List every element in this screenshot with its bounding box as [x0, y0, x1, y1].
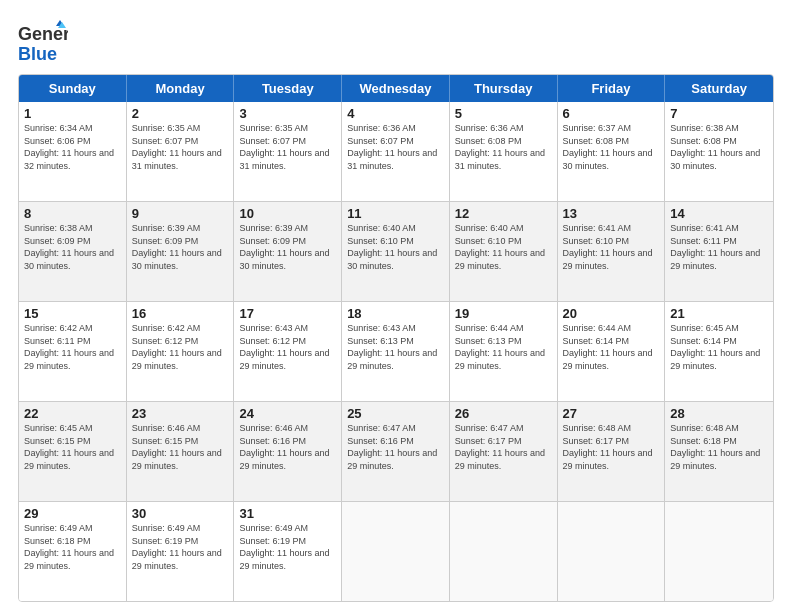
- logo-icon: General Blue: [18, 18, 68, 64]
- day-number: 26: [455, 406, 552, 421]
- calendar-cell-1-2: 2Sunrise: 6:35 AM Sunset: 6:07 PM Daylig…: [127, 102, 235, 201]
- calendar-cell-3-2: 16Sunrise: 6:42 AM Sunset: 6:12 PM Dayli…: [127, 302, 235, 401]
- day-number: 21: [670, 306, 768, 321]
- calendar-cell-5-6: [558, 502, 666, 601]
- calendar-row-1: 1Sunrise: 6:34 AM Sunset: 6:06 PM Daylig…: [19, 102, 773, 202]
- cell-info: Sunrise: 6:38 AM Sunset: 6:09 PM Dayligh…: [24, 222, 121, 272]
- cell-info: Sunrise: 6:35 AM Sunset: 6:07 PM Dayligh…: [132, 122, 229, 172]
- cell-info: Sunrise: 6:42 AM Sunset: 6:11 PM Dayligh…: [24, 322, 121, 372]
- calendar-cell-4-1: 22Sunrise: 6:45 AM Sunset: 6:15 PM Dayli…: [19, 402, 127, 501]
- weekday-header-saturday: Saturday: [665, 75, 773, 102]
- day-number: 7: [670, 106, 768, 121]
- cell-info: Sunrise: 6:45 AM Sunset: 6:15 PM Dayligh…: [24, 422, 121, 472]
- cell-info: Sunrise: 6:40 AM Sunset: 6:10 PM Dayligh…: [347, 222, 444, 272]
- cell-info: Sunrise: 6:49 AM Sunset: 6:18 PM Dayligh…: [24, 522, 121, 572]
- cell-info: Sunrise: 6:47 AM Sunset: 6:17 PM Dayligh…: [455, 422, 552, 472]
- page: General Blue SundayMondayTuesdayWednesda…: [0, 0, 792, 612]
- day-number: 14: [670, 206, 768, 221]
- calendar-cell-2-6: 13Sunrise: 6:41 AM Sunset: 6:10 PM Dayli…: [558, 202, 666, 301]
- calendar-cell-1-1: 1Sunrise: 6:34 AM Sunset: 6:06 PM Daylig…: [19, 102, 127, 201]
- day-number: 24: [239, 406, 336, 421]
- cell-info: Sunrise: 6:41 AM Sunset: 6:10 PM Dayligh…: [563, 222, 660, 272]
- calendar-cell-5-7: [665, 502, 773, 601]
- day-number: 19: [455, 306, 552, 321]
- cell-info: Sunrise: 6:44 AM Sunset: 6:14 PM Dayligh…: [563, 322, 660, 372]
- logo: General Blue: [18, 18, 72, 64]
- cell-info: Sunrise: 6:48 AM Sunset: 6:18 PM Dayligh…: [670, 422, 768, 472]
- cell-info: Sunrise: 6:43 AM Sunset: 6:13 PM Dayligh…: [347, 322, 444, 372]
- calendar-cell-1-7: 7Sunrise: 6:38 AM Sunset: 6:08 PM Daylig…: [665, 102, 773, 201]
- day-number: 17: [239, 306, 336, 321]
- cell-info: Sunrise: 6:37 AM Sunset: 6:08 PM Dayligh…: [563, 122, 660, 172]
- calendar-cell-5-4: [342, 502, 450, 601]
- calendar-row-5: 29Sunrise: 6:49 AM Sunset: 6:18 PM Dayli…: [19, 502, 773, 601]
- day-number: 31: [239, 506, 336, 521]
- weekday-header-sunday: Sunday: [19, 75, 127, 102]
- cell-info: Sunrise: 6:38 AM Sunset: 6:08 PM Dayligh…: [670, 122, 768, 172]
- cell-info: Sunrise: 6:39 AM Sunset: 6:09 PM Dayligh…: [239, 222, 336, 272]
- calendar-cell-2-3: 10Sunrise: 6:39 AM Sunset: 6:09 PM Dayli…: [234, 202, 342, 301]
- cell-info: Sunrise: 6:47 AM Sunset: 6:16 PM Dayligh…: [347, 422, 444, 472]
- cell-info: Sunrise: 6:43 AM Sunset: 6:12 PM Dayligh…: [239, 322, 336, 372]
- cell-info: Sunrise: 6:35 AM Sunset: 6:07 PM Dayligh…: [239, 122, 336, 172]
- calendar-cell-1-4: 4Sunrise: 6:36 AM Sunset: 6:07 PM Daylig…: [342, 102, 450, 201]
- cell-info: Sunrise: 6:46 AM Sunset: 6:16 PM Dayligh…: [239, 422, 336, 472]
- calendar-cell-4-3: 24Sunrise: 6:46 AM Sunset: 6:16 PM Dayli…: [234, 402, 342, 501]
- calendar-cell-4-4: 25Sunrise: 6:47 AM Sunset: 6:16 PM Dayli…: [342, 402, 450, 501]
- calendar-row-2: 8Sunrise: 6:38 AM Sunset: 6:09 PM Daylig…: [19, 202, 773, 302]
- day-number: 3: [239, 106, 336, 121]
- calendar-cell-4-5: 26Sunrise: 6:47 AM Sunset: 6:17 PM Dayli…: [450, 402, 558, 501]
- day-number: 13: [563, 206, 660, 221]
- calendar-cell-2-2: 9Sunrise: 6:39 AM Sunset: 6:09 PM Daylig…: [127, 202, 235, 301]
- day-number: 12: [455, 206, 552, 221]
- calendar-cell-5-1: 29Sunrise: 6:49 AM Sunset: 6:18 PM Dayli…: [19, 502, 127, 601]
- cell-info: Sunrise: 6:48 AM Sunset: 6:17 PM Dayligh…: [563, 422, 660, 472]
- calendar-cell-2-4: 11Sunrise: 6:40 AM Sunset: 6:10 PM Dayli…: [342, 202, 450, 301]
- cell-info: Sunrise: 6:36 AM Sunset: 6:08 PM Dayligh…: [455, 122, 552, 172]
- cell-info: Sunrise: 6:46 AM Sunset: 6:15 PM Dayligh…: [132, 422, 229, 472]
- day-number: 5: [455, 106, 552, 121]
- day-number: 23: [132, 406, 229, 421]
- day-number: 1: [24, 106, 121, 121]
- cell-info: Sunrise: 6:49 AM Sunset: 6:19 PM Dayligh…: [132, 522, 229, 572]
- calendar-row-3: 15Sunrise: 6:42 AM Sunset: 6:11 PM Dayli…: [19, 302, 773, 402]
- svg-text:Blue: Blue: [18, 44, 57, 64]
- day-number: 20: [563, 306, 660, 321]
- calendar-row-4: 22Sunrise: 6:45 AM Sunset: 6:15 PM Dayli…: [19, 402, 773, 502]
- day-number: 8: [24, 206, 121, 221]
- day-number: 22: [24, 406, 121, 421]
- day-number: 6: [563, 106, 660, 121]
- day-number: 10: [239, 206, 336, 221]
- cell-info: Sunrise: 6:45 AM Sunset: 6:14 PM Dayligh…: [670, 322, 768, 372]
- calendar-cell-3-6: 20Sunrise: 6:44 AM Sunset: 6:14 PM Dayli…: [558, 302, 666, 401]
- cell-info: Sunrise: 6:41 AM Sunset: 6:11 PM Dayligh…: [670, 222, 768, 272]
- day-number: 29: [24, 506, 121, 521]
- calendar-cell-3-7: 21Sunrise: 6:45 AM Sunset: 6:14 PM Dayli…: [665, 302, 773, 401]
- cell-info: Sunrise: 6:42 AM Sunset: 6:12 PM Dayligh…: [132, 322, 229, 372]
- cell-info: Sunrise: 6:44 AM Sunset: 6:13 PM Dayligh…: [455, 322, 552, 372]
- cell-info: Sunrise: 6:36 AM Sunset: 6:07 PM Dayligh…: [347, 122, 444, 172]
- calendar-cell-4-2: 23Sunrise: 6:46 AM Sunset: 6:15 PM Dayli…: [127, 402, 235, 501]
- calendar-cell-3-3: 17Sunrise: 6:43 AM Sunset: 6:12 PM Dayli…: [234, 302, 342, 401]
- weekday-header-friday: Friday: [558, 75, 666, 102]
- cell-info: Sunrise: 6:34 AM Sunset: 6:06 PM Dayligh…: [24, 122, 121, 172]
- calendar-cell-1-6: 6Sunrise: 6:37 AM Sunset: 6:08 PM Daylig…: [558, 102, 666, 201]
- calendar-cell-4-6: 27Sunrise: 6:48 AM Sunset: 6:17 PM Dayli…: [558, 402, 666, 501]
- header: General Blue: [18, 18, 774, 64]
- day-number: 28: [670, 406, 768, 421]
- calendar-cell-3-1: 15Sunrise: 6:42 AM Sunset: 6:11 PM Dayli…: [19, 302, 127, 401]
- calendar: SundayMondayTuesdayWednesdayThursdayFrid…: [18, 74, 774, 602]
- calendar-cell-2-7: 14Sunrise: 6:41 AM Sunset: 6:11 PM Dayli…: [665, 202, 773, 301]
- cell-info: Sunrise: 6:39 AM Sunset: 6:09 PM Dayligh…: [132, 222, 229, 272]
- calendar-cell-3-4: 18Sunrise: 6:43 AM Sunset: 6:13 PM Dayli…: [342, 302, 450, 401]
- day-number: 18: [347, 306, 444, 321]
- day-number: 11: [347, 206, 444, 221]
- day-number: 25: [347, 406, 444, 421]
- calendar-cell-4-7: 28Sunrise: 6:48 AM Sunset: 6:18 PM Dayli…: [665, 402, 773, 501]
- calendar-cell-5-5: [450, 502, 558, 601]
- cell-info: Sunrise: 6:40 AM Sunset: 6:10 PM Dayligh…: [455, 222, 552, 272]
- weekday-header-tuesday: Tuesday: [234, 75, 342, 102]
- day-number: 30: [132, 506, 229, 521]
- calendar-header: SundayMondayTuesdayWednesdayThursdayFrid…: [19, 75, 773, 102]
- cell-info: Sunrise: 6:49 AM Sunset: 6:19 PM Dayligh…: [239, 522, 336, 572]
